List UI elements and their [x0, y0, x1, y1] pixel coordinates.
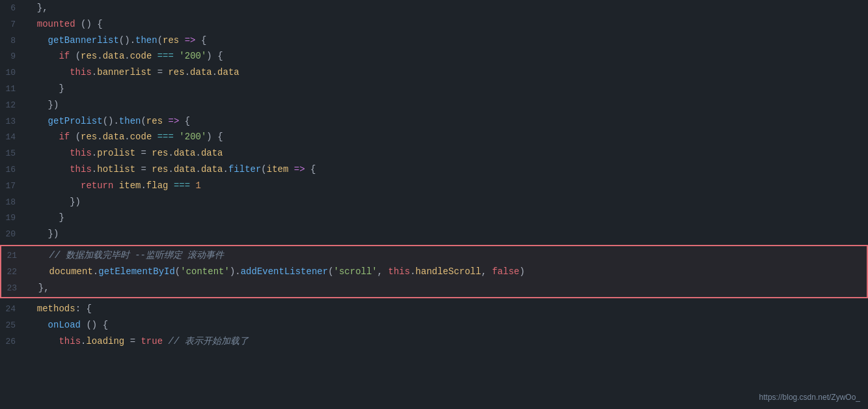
line-content: // 数据加载完毕时 --监听绑定 滚动事件 [27, 248, 867, 262]
line-number: 23 [1, 282, 27, 296]
code-line-if2: 14 if (res.data.code === '200') { [0, 129, 868, 145]
line-number: 8 [0, 35, 26, 48]
code-line-mounted: 7 mounted () { [0, 16, 868, 33]
code-line-hotlist: 16 this.hotlist = res.data.data.filter(i… [0, 162, 868, 178]
line-content: if (res.data.code === '200') { [26, 49, 868, 63]
line-content: }) [26, 98, 868, 112]
code-line-return: 17 return item.flag === 1 [0, 178, 868, 194]
line-content: getProlist().then(res => { [26, 114, 868, 128]
code-line-close5: 20 }) [0, 226, 868, 242]
code-line-close2: 12 }) [0, 97, 868, 113]
line-content: }) [26, 195, 868, 209]
code-line-close3: 18 }) [0, 194, 868, 210]
code-line-if1: 9 if (res.data.code === '200') { [0, 48, 868, 64]
line-number: 26 [0, 335, 26, 349]
line-number: 12 [0, 99, 26, 113]
line-number: 19 [0, 212, 26, 225]
line-number: 22 [1, 266, 27, 279]
line-number: 17 [0, 180, 26, 193]
line-content: mounted () { [26, 17, 868, 31]
line-content: methods: { [26, 302, 868, 316]
line-content: this.prolist = res.data.data [26, 146, 868, 160]
line-number: 18 [0, 196, 26, 210]
line-content: }, [27, 281, 867, 295]
line-content: if (res.data.code === '200') { [26, 130, 868, 144]
line-number: 21 [1, 249, 27, 263]
code-line-close1: 11 } [0, 81, 868, 97]
line-number: 24 [0, 303, 26, 317]
line-number: 6 [0, 2, 26, 16]
line-content: return item.flag === 1 [26, 178, 868, 193]
line-content: document.getElementById('content').addEv… [27, 264, 867, 279]
code-editor: 6 }, 7 mounted () { 8 getBannerlist().th… [0, 0, 868, 409]
code-line-loading: 26 this.loading = true // 表示开始加载了 [0, 333, 868, 350]
line-number: 25 [0, 319, 26, 333]
line-number: 9 [0, 50, 26, 64]
code-line-getbannerlist: 8 getBannerlist().then(res => { [0, 33, 868, 49]
line-number: 14 [0, 131, 26, 145]
line-content: this.bannerlist = res.data.data [26, 65, 868, 79]
line-number: 13 [0, 115, 26, 129]
line-content: }, [26, 1, 868, 15]
line-number: 15 [0, 147, 26, 161]
line-content: this.loading = true // 表示开始加载了 [26, 334, 868, 348]
line-content: } [26, 210, 868, 225]
highlight-block: 21 // 数据加载完毕时 --监听绑定 滚动事件 22 document.ge… [0, 245, 868, 298]
line-content: this.hotlist = res.data.data.filter(item… [26, 162, 868, 176]
line-number: 7 [0, 18, 26, 32]
line-content: } [26, 81, 868, 96]
line-content: getBannerlist().then(res => { [26, 33, 868, 48]
code-line-1: 6 }, [0, 0, 868, 16]
code-line-close4: 19 } [0, 210, 868, 226]
code-line-onload: 25 onLoad () { [0, 317, 868, 333]
line-content: }) [26, 227, 868, 241]
code-line-bannerlist: 10 this.bannerlist = res.data.data [0, 64, 868, 81]
line-number: 10 [0, 66, 26, 80]
code-line-methods: 24 methods: { [0, 301, 868, 317]
code-line-document: 22 document.getElementById('content').ad… [1, 264, 867, 280]
code-line-close6: 23 }, [1, 280, 867, 296]
code-line-prolist: 15 this.prolist = res.data.data [0, 145, 868, 162]
watermark: https://blog.csdn.net/ZywOo_ [759, 391, 860, 404]
code-line-comment: 21 // 数据加载完毕时 --监听绑定 滚动事件 [1, 247, 867, 264]
line-number: 16 [0, 163, 26, 177]
line-number: 20 [0, 228, 26, 242]
line-number: 11 [0, 83, 26, 96]
line-content: onLoad () { [26, 318, 868, 332]
code-line-getprolist: 13 getProlist().then(res => { [0, 113, 868, 130]
